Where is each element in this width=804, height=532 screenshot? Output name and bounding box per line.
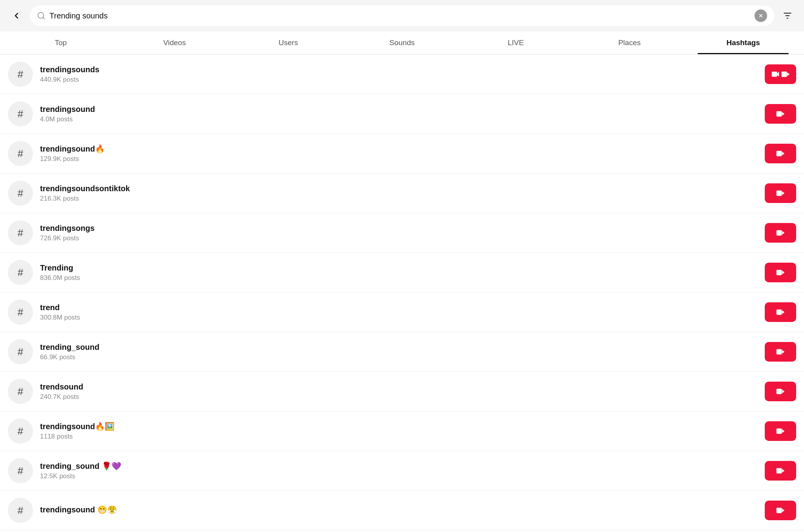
hashtag-info: trendingsound 4.0M posts <box>40 105 758 123</box>
hash-icon: # <box>8 181 33 206</box>
hashtag-info: trendingsound 😁😤 <box>40 505 758 516</box>
view-videos-button[interactable] <box>765 382 796 401</box>
hash-icon: # <box>8 101 33 126</box>
tab-videos[interactable]: Videos <box>118 31 232 54</box>
svg-rect-26 <box>777 389 782 394</box>
clear-search-button[interactable] <box>755 9 767 22</box>
hash-icon: # <box>8 379 33 404</box>
hash-icon: # <box>8 458 33 483</box>
list-item[interactable]: # trending_sound 🌹💜 12.5K posts <box>0 451 804 491</box>
list-item[interactable]: # trendingsound 4.0M posts <box>0 94 804 134</box>
view-videos-button[interactable] <box>765 342 796 362</box>
view-videos-button[interactable] <box>765 501 796 520</box>
svg-marker-15 <box>782 152 784 155</box>
hashtag-info: trending_sound 66.9K posts <box>40 343 758 361</box>
view-videos-button[interactable] <box>765 223 796 243</box>
hashtag-info: trend 300.8M posts <box>40 303 758 322</box>
hash-icon: # <box>8 220 33 245</box>
svg-rect-22 <box>777 309 782 315</box>
tab-live[interactable]: LIVE <box>459 31 573 54</box>
back-button[interactable] <box>8 7 25 24</box>
view-videos-button[interactable] <box>765 461 796 481</box>
hashtag-info: trendingsongs 726.9K posts <box>40 224 758 242</box>
svg-rect-32 <box>777 508 782 513</box>
svg-marker-23 <box>782 310 784 314</box>
list-item[interactable]: # trendsound 240.7K posts <box>0 372 804 411</box>
svg-rect-16 <box>777 190 782 196</box>
svg-marker-33 <box>782 508 784 512</box>
list-item[interactable]: # trend 300.8M posts <box>0 293 804 332</box>
hash-icon: # <box>8 62 33 87</box>
filter-button[interactable] <box>779 7 796 24</box>
svg-marker-17 <box>782 191 784 195</box>
tabs-nav: Top Videos Users Sounds LIVE Places Hash… <box>0 31 804 55</box>
search-bar: Trending sounds <box>30 5 774 26</box>
hashtag-info: trendsound 240.7K posts <box>40 382 758 401</box>
hashtag-info: trendingsounds 440.9K posts <box>40 65 758 84</box>
svg-rect-30 <box>777 468 782 473</box>
svg-marker-19 <box>782 231 784 235</box>
view-videos-button[interactable] <box>765 64 796 84</box>
tab-top[interactable]: Top <box>4 31 118 54</box>
svg-rect-12 <box>777 111 782 117</box>
view-videos-button[interactable] <box>765 183 796 203</box>
svg-marker-21 <box>782 271 784 274</box>
search-header: Trending sounds <box>0 0 804 31</box>
tab-places[interactable]: Places <box>573 31 687 54</box>
list-item[interactable]: # trendingsound🔥🖼️ 1118 posts <box>0 411 804 451</box>
tab-sounds[interactable]: Sounds <box>345 31 459 54</box>
list-item[interactable]: # Trending 836.0M posts <box>0 253 804 293</box>
list-item[interactable]: # trendingsound🔥 129.9K posts <box>0 134 804 174</box>
tab-users[interactable]: Users <box>231 31 345 54</box>
hash-icon: # <box>8 141 33 166</box>
hashtag-info: trendingsoundsontiktok 216.3K posts <box>40 184 758 203</box>
hashtag-list: # trendingsounds 440.9K posts # trending… <box>0 55 804 530</box>
hash-icon: # <box>8 419 33 444</box>
list-item[interactable]: # trendingsoundsontiktok 216.3K posts <box>0 174 804 213</box>
list-item[interactable]: # trendingsound 😁😤 <box>0 491 804 530</box>
hashtag-info: Trending 836.0M posts <box>40 263 758 282</box>
hash-icon: # <box>8 260 33 285</box>
list-item[interactable]: # trendingsounds 440.9K posts <box>0 55 804 94</box>
view-videos-button[interactable] <box>765 144 796 163</box>
svg-rect-18 <box>777 230 782 236</box>
svg-line-1 <box>43 17 44 19</box>
hashtag-info: trendingsound🔥🖼️ 1118 posts <box>40 422 758 441</box>
tab-hashtags[interactable]: Hashtags <box>686 31 800 54</box>
svg-rect-10 <box>782 71 787 77</box>
svg-rect-28 <box>777 428 782 434</box>
list-item[interactable]: # trendingsongs 726.9K posts <box>0 213 804 253</box>
svg-marker-8 <box>777 72 779 77</box>
svg-marker-29 <box>782 429 784 433</box>
hash-icon: # <box>8 498 33 523</box>
view-videos-button[interactable] <box>765 302 796 322</box>
view-videos-button[interactable] <box>765 263 796 282</box>
list-item[interactable]: # trending_sound 66.9K posts <box>0 332 804 372</box>
search-icon <box>37 11 46 20</box>
svg-rect-14 <box>777 151 782 156</box>
hash-icon: # <box>8 300 33 325</box>
svg-marker-11 <box>787 72 789 76</box>
svg-marker-13 <box>782 112 784 116</box>
svg-marker-25 <box>782 350 784 354</box>
hash-icon: # <box>8 339 33 364</box>
hashtag-info: trendingsound🔥 129.9K posts <box>40 144 758 163</box>
svg-marker-27 <box>782 389 784 393</box>
search-query-text[interactable]: Trending sounds <box>49 11 751 20</box>
svg-marker-31 <box>782 469 784 473</box>
svg-rect-24 <box>777 349 782 355</box>
view-videos-button[interactable] <box>765 421 796 441</box>
svg-rect-20 <box>777 270 782 275</box>
view-videos-button[interactable] <box>765 104 796 124</box>
hashtag-info: trending_sound 🌹💜 12.5K posts <box>40 461 758 480</box>
